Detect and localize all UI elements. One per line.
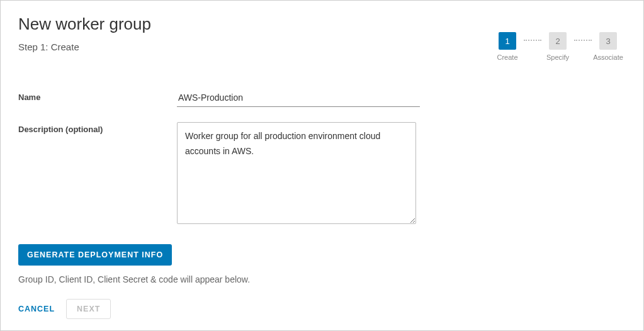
generate-deployment-info-button[interactable]: GENERATE DEPLOYMENT INFO bbox=[18, 244, 172, 266]
step-specify[interactable]: 2 Specify bbox=[543, 32, 573, 61]
name-field-wrap bbox=[177, 90, 420, 107]
step-connector bbox=[574, 40, 592, 41]
form-row-name: Name bbox=[18, 90, 626, 107]
name-label: Name bbox=[18, 90, 177, 102]
name-input[interactable] bbox=[177, 90, 420, 107]
stepper: 1 Create 2 Specify 3 Associate bbox=[492, 32, 623, 61]
step-box-2: 2 bbox=[549, 32, 567, 50]
page-title: New worker group bbox=[18, 14, 492, 34]
step-associate[interactable]: 3 Associate bbox=[593, 32, 623, 61]
footer: CANCEL NEXT bbox=[18, 299, 111, 319]
step-caption-1: Create bbox=[492, 53, 523, 61]
step-caption-2: Specify bbox=[543, 53, 573, 61]
cancel-button[interactable]: CANCEL bbox=[18, 305, 55, 313]
step-box-3: 3 bbox=[599, 32, 617, 50]
step-connector bbox=[524, 40, 541, 41]
description-textarea[interactable] bbox=[177, 122, 416, 224]
step-create[interactable]: 1 Create bbox=[492, 32, 523, 61]
header-left: New worker group Step 1: Create bbox=[18, 14, 492, 77]
form-area: Name Description (optional) GENERATE DEP… bbox=[18, 90, 626, 284]
new-worker-group-dialog: New worker group Step 1: Create 1 Create… bbox=[0, 0, 644, 331]
next-button[interactable]: NEXT bbox=[66, 299, 111, 319]
description-label: Description (optional) bbox=[18, 122, 177, 134]
form-row-description: Description (optional) bbox=[18, 122, 626, 227]
step-label: Step 1: Create bbox=[18, 42, 492, 52]
step-box-1: 1 bbox=[499, 32, 516, 50]
deployment-info-hint: Group ID, Client ID, Client Secret & cod… bbox=[18, 274, 626, 284]
description-field-wrap bbox=[177, 122, 416, 227]
header-row: New worker group Step 1: Create 1 Create… bbox=[18, 14, 626, 77]
step-caption-3: Associate bbox=[593, 53, 623, 61]
